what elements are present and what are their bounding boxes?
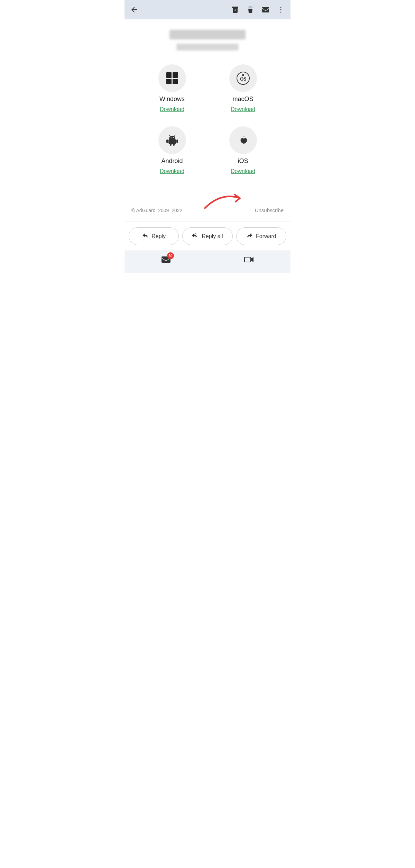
svg-line-14 bbox=[174, 135, 175, 136]
svg-point-10 bbox=[169, 136, 175, 141]
download-grid: Windows Download OS macOS Download bbox=[142, 61, 273, 178]
svg-text:OS: OS bbox=[240, 76, 246, 82]
svg-point-11 bbox=[170, 137, 171, 138]
windows-download-item: Windows Download bbox=[142, 64, 202, 112]
forward-button[interactable]: Forward bbox=[236, 227, 286, 245]
video-nav-icon bbox=[244, 254, 254, 267]
windows-icon-circle bbox=[158, 64, 186, 92]
email-body: Windows Download OS macOS Download bbox=[124, 19, 290, 199]
blurred-subtitle bbox=[176, 44, 239, 51]
android-icon-circle bbox=[158, 126, 186, 154]
reply-label: Reply bbox=[151, 233, 166, 239]
macos-icon-circle: OS bbox=[229, 64, 257, 92]
windows-label: Windows bbox=[159, 96, 185, 103]
svg-point-3 bbox=[280, 7, 282, 8]
footer-content: © AdGuard, 2009–2022 Unsubscribe bbox=[131, 207, 284, 213]
svg-rect-18 bbox=[173, 143, 175, 146]
mail-nav-item[interactable]: 30 bbox=[161, 254, 171, 267]
blurred-title bbox=[169, 30, 246, 39]
forward-icon bbox=[246, 232, 253, 241]
reply-button[interactable]: Reply bbox=[129, 227, 179, 245]
apple-icon bbox=[237, 134, 249, 146]
ios-label: iOS bbox=[238, 157, 248, 165]
android-download-item: Android Download bbox=[142, 126, 202, 174]
svg-rect-0 bbox=[232, 7, 238, 8]
reply-all-label: Reply all bbox=[202, 233, 223, 239]
reply-all-icon bbox=[192, 232, 199, 241]
reply-all-button[interactable]: Reply all bbox=[182, 227, 232, 245]
delete-icon[interactable] bbox=[246, 6, 255, 14]
bottom-nav: 30 bbox=[124, 251, 290, 273]
svg-point-5 bbox=[280, 12, 282, 13]
forward-label: Forward bbox=[256, 233, 276, 239]
reply-icon bbox=[142, 232, 149, 241]
copyright-text: © AdGuard, 2009–2022 bbox=[131, 208, 182, 213]
svg-point-12 bbox=[173, 137, 174, 138]
svg-point-8 bbox=[242, 74, 244, 76]
svg-point-4 bbox=[280, 9, 282, 10]
email-header-blurred bbox=[131, 30, 284, 51]
windows-icon bbox=[166, 72, 178, 84]
archive-icon[interactable] bbox=[231, 6, 239, 14]
more-menu-icon[interactable] bbox=[277, 6, 285, 14]
email-footer: © AdGuard, 2009–2022 Unsubscribe bbox=[124, 199, 290, 221]
mail-badge: 30 bbox=[167, 252, 174, 259]
svg-rect-15 bbox=[166, 139, 168, 143]
toolbar bbox=[124, 0, 290, 19]
android-icon bbox=[166, 134, 179, 147]
ios-icon-circle bbox=[229, 126, 257, 154]
video-nav-item[interactable] bbox=[244, 254, 254, 267]
android-download-link[interactable]: Download bbox=[160, 168, 184, 174]
unsubscribe-link[interactable]: Unsubscribe bbox=[255, 207, 284, 213]
ios-download-link[interactable]: Download bbox=[231, 168, 255, 174]
svg-rect-2 bbox=[262, 7, 269, 12]
svg-rect-1 bbox=[248, 8, 253, 8]
back-button[interactable] bbox=[130, 6, 138, 14]
svg-rect-20 bbox=[245, 257, 251, 262]
ios-download-item: iOS Download bbox=[213, 126, 273, 174]
svg-line-13 bbox=[169, 135, 170, 136]
macos-icon: OS bbox=[236, 71, 250, 85]
svg-rect-16 bbox=[176, 139, 178, 143]
macos-download-item: OS macOS Download bbox=[213, 64, 273, 112]
action-buttons-bar: Reply Reply all Forward bbox=[124, 221, 290, 251]
svg-rect-17 bbox=[170, 143, 172, 146]
macos-label: macOS bbox=[232, 96, 253, 103]
macos-download-link[interactable]: Download bbox=[231, 106, 255, 112]
mail-icon[interactable] bbox=[261, 6, 270, 14]
android-label: Android bbox=[161, 157, 183, 165]
windows-download-link[interactable]: Download bbox=[160, 106, 184, 112]
